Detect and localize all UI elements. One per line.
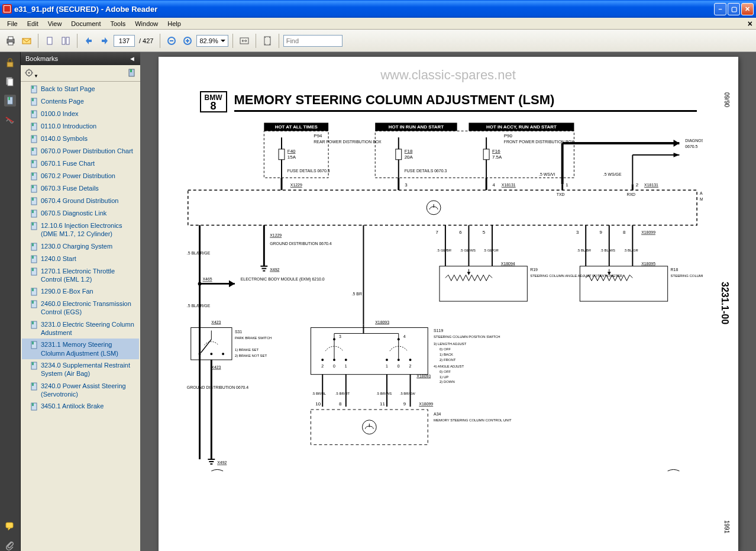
zoom-level-dropdown[interactable]: 82.9% [196,35,228,47]
svg-rect-156 [580,266,667,301]
maximize-button[interactable]: ▢ [728,3,740,15]
menu-tools[interactable]: Tools [106,19,131,28]
bookmark-item[interactable]: 0100.0 Index [22,108,139,120]
svg-text:X492: X492 [217,460,227,465]
svg-text:4) ANGLE ADJUST: 4) ANGLE ADJUST [434,365,464,368]
svg-marker-99 [673,140,679,147]
bookmark-label: 2460.0 Electronic Transmission Control (… [41,299,135,317]
svg-text:P90: P90 [503,133,512,138]
svg-text:2) DOWN: 2) DOWN [440,381,455,384]
bookmark-label: 1270.1 Electronic Throttle Control (EML … [41,267,135,284]
fit-width-button[interactable] [237,34,251,48]
signatures-panel-icon[interactable] [4,114,16,125]
bookmark-item[interactable]: 1290.0 E-Box Fan [22,285,139,298]
svg-text:GROUND DISTRIBUTION 0670.4: GROUND DISTRIBUTION 0670.4 [186,385,248,389]
next-page-button[interactable] [98,34,112,48]
svg-rect-56 [32,288,34,291]
comments-icon[interactable] [4,520,16,532]
bookmark-item[interactable]: 0670.0 Power Distribution Chart [22,145,139,157]
bookmark-item[interactable]: 1230.0 Charging System [22,240,139,253]
bookmark-item[interactable]: 0670.4 Ground Distribution [22,195,139,207]
svg-text:9: 9 [403,401,406,407]
prev-page-button[interactable] [82,34,96,48]
menu-help[interactable]: Help [163,19,186,28]
page-number-input[interactable] [114,35,135,47]
bookmark-item[interactable]: 3450.1 Antilock Brake [22,400,139,413]
collapse-panel-icon[interactable]: ◄ [129,55,135,62]
document-viewport[interactable]: www.classic-spares.net BMW 8 MEMORY STEE… [140,52,756,551]
bookmark-item[interactable]: 0140.0 Symbols [22,133,139,145]
menu-view[interactable]: View [43,19,67,28]
find-input[interactable] [283,35,343,47]
menu-window[interactable]: Window [130,19,163,28]
svg-point-199 [344,359,347,361]
bookmark-label: 0140.0 Symbols [41,134,88,143]
svg-rect-58 [32,301,34,304]
minimize-button[interactable]: – [714,3,726,15]
bookmark-item[interactable]: 1240.0 Start [22,253,139,265]
svg-text:3: 3 [405,182,408,188]
svg-text:TXD: TXD [556,192,564,196]
bookmarks-list[interactable]: Back to Start PageContents Page0100.0 In… [21,82,140,551]
svg-text:X423: X423 [211,365,221,369]
bookmark-item[interactable]: Contents Page [22,95,139,108]
fit-page-button[interactable] [260,34,274,48]
attachments-icon[interactable] [4,539,16,551]
svg-text:1) BRAKE SET: 1) BRAKE SET [234,348,259,352]
close-document-button[interactable]: × [748,19,752,28]
bookmarks-panel: Bookmarks ◄ ▼ Back to Start PageContents… [21,52,140,551]
bookmark-item[interactable]: 12.10.6 Injection Electronics (DME M1.7,… [22,220,139,240]
svg-point-197 [333,359,335,361]
bookmarks-options-icon[interactable]: ▼ [24,68,38,79]
menu-document[interactable]: Document [66,19,105,28]
svg-rect-26 [32,86,34,89]
bookmark-icon [30,222,38,230]
close-button[interactable]: ✕ [741,3,754,15]
svg-rect-34 [32,136,34,138]
bookmark-item[interactable]: 0670.5 Diagnostic Link [22,207,139,220]
svg-text:10: 10 [315,401,321,407]
bookmark-icon [30,382,38,391]
bookmark-item[interactable]: 0670.1 Fuse Chart [22,157,139,170]
new-bookmark-icon[interactable] [127,68,137,79]
zoom-out-button[interactable] [164,34,179,48]
bookmark-label: 0670.1 Fuse Chart [41,159,95,167]
bookmark-icon [30,321,38,329]
menu-file[interactable]: File [2,19,22,28]
svg-marker-146 [467,272,470,275]
pages-panel-icon[interactable] [4,76,16,88]
single-page-button[interactable] [43,34,57,48]
svg-text:.5 BR/BL: .5 BR/BL [312,392,326,395]
svg-text:.5 GE/BR: .5 GE/BR [437,249,451,252]
bookmark-item[interactable]: 2460.0 Electronic Transmission Control (… [22,298,139,318]
svg-rect-42 [32,185,34,188]
print-button[interactable] [4,34,18,48]
email-button[interactable] [20,34,34,48]
menu-edit[interactable]: Edit [22,19,43,28]
bookmark-item[interactable]: 3231.1 Memory Steering Clolumn Adjustmen… [22,339,139,359]
security-icon[interactable] [4,57,16,69]
svg-text:0670.5: 0670.5 [685,144,697,149]
bookmark-item[interactable]: 3240.0 Power Assist Steering (Servotroni… [22,380,139,401]
bookmark-item[interactable]: 3234.0 Supplemental Restraint System (Ai… [22,359,139,380]
svg-rect-4 [47,37,52,44]
bookmark-item[interactable]: 0670.3 Fuse Details [22,182,139,195]
continuous-page-button[interactable] [59,34,73,48]
svg-rect-38 [32,160,34,163]
svg-text:3) LENGTH ADJUST: 3) LENGTH ADJUST [434,342,467,346]
bookmark-item[interactable]: 3231.0 Electric Steering Column Adustmen… [22,318,139,339]
svg-text:ELECTRONIC BODY MODULE (EKM) 6: ELECTRONIC BODY MODULE (EKM) 6210.0 [240,277,324,282]
svg-rect-50 [32,243,34,246]
bookmarks-panel-icon[interactable] [4,95,16,107]
bookmark-item[interactable]: 0670.2 Power Distribution [22,170,139,182]
zoom-in-button[interactable] [180,34,195,48]
svg-text:RXD: RXD [626,192,635,196]
svg-text:15A: 15A [287,154,296,160]
svg-text:X18131: X18131 [644,183,658,187]
bookmark-label: Back to Start Page [41,85,95,93]
bookmark-item[interactable]: 0110.0 Introduction [22,120,139,133]
svg-rect-40 [32,173,34,176]
svg-rect-64 [32,362,34,365]
bookmark-item[interactable]: 1270.1 Electronic Throttle Control (EML … [22,265,139,286]
bookmark-item[interactable]: Back to Start Page [22,83,139,95]
